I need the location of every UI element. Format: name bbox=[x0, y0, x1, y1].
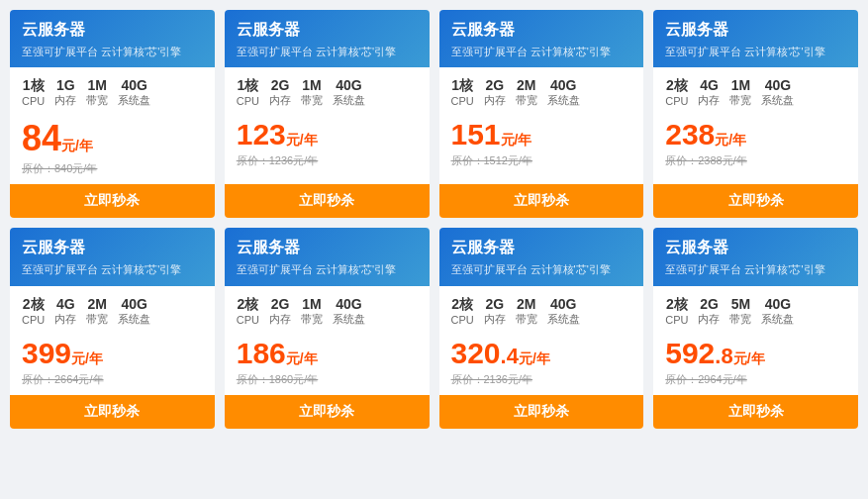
spec-item-1: 2核 CPU bbox=[237, 296, 259, 327]
price-number: 151 bbox=[451, 118, 501, 150]
price-display: 320.4元/年 bbox=[451, 337, 632, 370]
spec-label: 内存 bbox=[698, 312, 720, 327]
spec-label: CPU bbox=[22, 95, 45, 107]
spec-label: 系统盘 bbox=[333, 93, 365, 108]
product-card-5: 云服务器 至强可扩展平台 云计算核'芯'引擎 2核 CPU 4G 内存 2M 带… bbox=[10, 228, 215, 428]
spec-value: 1核 bbox=[237, 77, 258, 95]
product-grid: 云服务器 至强可扩展平台 云计算核'芯'引擎 1核 CPU 1G 内存 1M 带… bbox=[10, 10, 858, 429]
spec-value: 2G bbox=[485, 77, 504, 93]
spec-label: 系统盘 bbox=[333, 312, 365, 327]
spec-item-4: 40G 系统盘 bbox=[333, 296, 365, 327]
spec-item-3: 1M 带宽 bbox=[301, 296, 323, 327]
spec-item-3: 2M 带宽 bbox=[516, 296, 537, 327]
buy-button[interactable]: 立即秒杀 bbox=[225, 395, 430, 429]
card-title: 云服务器 bbox=[451, 20, 632, 41]
buy-button[interactable]: 立即秒杀 bbox=[439, 395, 644, 429]
spec-label: 内存 bbox=[269, 93, 291, 108]
card-header: 云服务器 至强可扩展平台 云计算核'芯'引擎 bbox=[225, 10, 430, 67]
original-price: 原价：840元/年 bbox=[22, 161, 203, 176]
spec-item-4: 40G 系统盘 bbox=[118, 77, 150, 108]
spec-value: 40G bbox=[122, 77, 147, 93]
price-unit: 元/年 bbox=[715, 132, 746, 148]
spec-item-1: 1核 CPU bbox=[237, 77, 259, 108]
spec-label: 内存 bbox=[484, 93, 506, 108]
card-title: 云服务器 bbox=[451, 238, 632, 258]
spec-value: 2M bbox=[517, 77, 535, 93]
card-header: 云服务器 至强可扩展平台 云计算核'芯'引擎 bbox=[439, 228, 644, 285]
card-body: 2核 CPU 4G 内存 1M 带宽 40G 系统盘 238元/年 原价：238… bbox=[653, 67, 858, 184]
card-body: 2核 CPU 2G 内存 2M 带宽 40G 系统盘 320.4元/年 原价：2… bbox=[439, 286, 644, 395]
spec-label: 系统盘 bbox=[761, 312, 794, 327]
buy-button[interactable]: 立即秒杀 bbox=[10, 184, 215, 218]
spec-item-4: 40G 系统盘 bbox=[761, 296, 794, 327]
specs-row: 2核 CPU 2G 内存 5M 带宽 40G 系统盘 bbox=[665, 296, 846, 327]
card-title: 云服务器 bbox=[237, 20, 418, 41]
buy-button[interactable]: 立即秒杀 bbox=[653, 184, 858, 218]
product-card-6: 云服务器 至强可扩展平台 云计算核'芯'引擎 2核 CPU 2G 内存 1M 带… bbox=[225, 228, 430, 428]
original-price: 原价：1860元/年 bbox=[237, 372, 418, 387]
spec-label: 系统盘 bbox=[547, 312, 580, 327]
spec-value: 2G bbox=[485, 296, 504, 312]
price-number: 84 bbox=[22, 118, 61, 158]
card-title: 云服务器 bbox=[22, 238, 203, 258]
price-unit: 元/年 bbox=[519, 350, 550, 366]
spec-item-3: 1M 带宽 bbox=[86, 77, 108, 108]
spec-value: 40G bbox=[765, 77, 791, 93]
spec-value: 40G bbox=[550, 77, 576, 93]
card-header: 云服务器 至强可扩展平台 云计算核'芯'引擎 bbox=[653, 10, 858, 67]
buy-button[interactable]: 立即秒杀 bbox=[439, 184, 644, 218]
product-card-8: 云服务器 至强可扩展平台 云计算核'芯'引擎 2核 CPU 2G 内存 5M 带… bbox=[653, 228, 858, 428]
specs-row: 1核 CPU 1G 内存 1M 带宽 40G 系统盘 bbox=[22, 77, 203, 108]
buy-button[interactable]: 立即秒杀 bbox=[10, 395, 215, 429]
spec-value: 2G bbox=[271, 77, 290, 93]
spec-label: 带宽 bbox=[516, 93, 537, 108]
spec-label: CPU bbox=[451, 95, 474, 107]
price-decimal: .4 bbox=[501, 344, 519, 368]
spec-value: 1M bbox=[731, 77, 750, 93]
spec-value: 5M bbox=[731, 296, 750, 312]
price-display: 84元/年 bbox=[22, 118, 203, 159]
specs-row: 2核 CPU 2G 内存 1M 带宽 40G 系统盘 bbox=[237, 296, 418, 327]
product-card-4: 云服务器 至强可扩展平台 云计算核'芯'引擎 2核 CPU 4G 内存 1M 带… bbox=[653, 10, 858, 218]
price-decimal: .8 bbox=[715, 344, 732, 368]
price-unit: 元/年 bbox=[71, 350, 103, 366]
original-price: 原价：2664元/年 bbox=[22, 372, 203, 387]
product-card-2: 云服务器 至强可扩展平台 云计算核'芯'引擎 1核 CPU 2G 内存 1M 带… bbox=[225, 10, 430, 218]
product-card-1: 云服务器 至强可扩展平台 云计算核'芯'引擎 1核 CPU 1G 内存 1M 带… bbox=[10, 10, 215, 218]
spec-item-2: 2G 内存 bbox=[269, 77, 291, 108]
price-unit: 元/年 bbox=[286, 132, 318, 148]
spec-item-3: 2M 带宽 bbox=[516, 77, 537, 108]
original-price: 原价：2964元/年 bbox=[665, 372, 846, 387]
spec-value: 2M bbox=[88, 296, 107, 312]
spec-item-2: 2G 内存 bbox=[484, 77, 506, 108]
spec-label: 带宽 bbox=[301, 93, 323, 108]
spec-label: CPU bbox=[665, 95, 688, 107]
spec-item-4: 40G 系统盘 bbox=[761, 77, 794, 108]
spec-label: CPU bbox=[665, 314, 688, 326]
spec-value: 1核 bbox=[451, 77, 473, 95]
card-body: 1核 CPU 2G 内存 1M 带宽 40G 系统盘 123元/年 原价：123… bbox=[225, 67, 430, 184]
spec-label: 内存 bbox=[698, 93, 720, 108]
spec-value: 2核 bbox=[666, 296, 688, 314]
price-unit: 元/年 bbox=[501, 132, 532, 148]
card-title: 云服务器 bbox=[22, 20, 203, 41]
price-display: 399元/年 bbox=[22, 337, 203, 370]
buy-button[interactable]: 立即秒杀 bbox=[653, 395, 858, 429]
buy-button[interactable]: 立即秒杀 bbox=[225, 184, 430, 218]
spec-value: 40G bbox=[550, 296, 576, 312]
spec-label: 带宽 bbox=[729, 312, 751, 327]
card-subtitle: 至强可扩展平台 云计算核'芯'引擎 bbox=[237, 262, 418, 277]
spec-item-3: 1M 带宽 bbox=[301, 77, 323, 108]
spec-value: 4G bbox=[700, 77, 719, 93]
specs-row: 2核 CPU 4G 内存 1M 带宽 40G 系统盘 bbox=[665, 77, 846, 108]
card-body: 1核 CPU 2G 内存 2M 带宽 40G 系统盘 151元/年 原价：151… bbox=[439, 67, 644, 184]
specs-row: 1核 CPU 2G 内存 2M 带宽 40G 系统盘 bbox=[451, 77, 632, 108]
card-subtitle: 至强可扩展平台 云计算核'芯'引擎 bbox=[237, 45, 418, 59]
product-card-3: 云服务器 至强可扩展平台 云计算核'芯'引擎 1核 CPU 2G 内存 2M 带… bbox=[439, 10, 644, 218]
original-price: 原价：2388元/年 bbox=[665, 153, 846, 168]
spec-label: 内存 bbox=[269, 312, 291, 327]
spec-item-2: 1G 内存 bbox=[54, 77, 76, 108]
card-subtitle: 至强可扩展平台 云计算核'芯'引擎 bbox=[665, 45, 846, 59]
spec-label: 带宽 bbox=[516, 312, 537, 327]
card-header: 云服务器 至强可扩展平台 云计算核'芯'引擎 bbox=[10, 228, 215, 285]
